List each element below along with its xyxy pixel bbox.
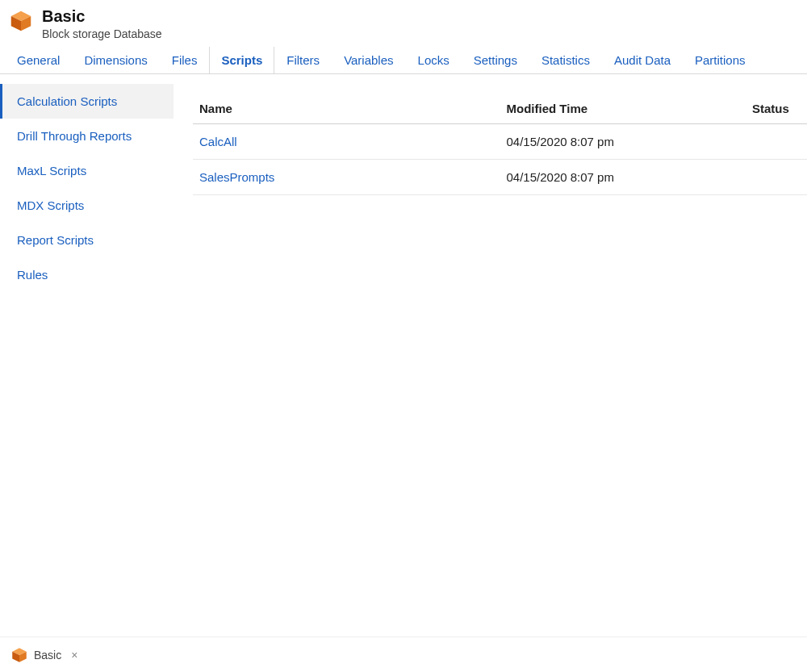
- tabs-bar: General Dimensions Files Scripts Filters…: [0, 47, 807, 74]
- sidebar: Calculation Scripts Drill Through Report…: [0, 74, 174, 649]
- sidebar-item-maxl-scripts[interactable]: MaxL Scripts: [0, 153, 174, 188]
- footer-tab-basic[interactable]: Basic ×: [11, 647, 81, 663]
- sidebar-item-calculation-scripts[interactable]: Calculation Scripts: [0, 84, 174, 119]
- table-header-row: Name Modified Time Status: [193, 94, 807, 124]
- column-status[interactable]: Status: [746, 94, 807, 124]
- tab-filters[interactable]: Filters: [274, 47, 332, 73]
- tab-locks[interactable]: Locks: [406, 47, 462, 73]
- page-title: Basic: [42, 6, 162, 26]
- header: Basic Block storage Database: [0, 0, 807, 47]
- script-name-link[interactable]: SalesPrompts: [193, 160, 500, 195]
- script-name-link[interactable]: CalcAll: [193, 124, 500, 160]
- tab-statistics[interactable]: Statistics: [529, 47, 602, 73]
- tab-files[interactable]: Files: [160, 47, 210, 73]
- script-status: [746, 124, 807, 160]
- database-cube-icon: [11, 647, 27, 663]
- script-modified: 04/15/2020 8:07 pm: [500, 160, 746, 195]
- tab-general[interactable]: General: [5, 47, 72, 73]
- column-modified-time[interactable]: Modified Time: [500, 94, 746, 124]
- column-name[interactable]: Name: [193, 94, 500, 124]
- main-panel: Name Modified Time Status CalcAll 04/15/…: [174, 74, 807, 649]
- tab-settings[interactable]: Settings: [462, 47, 529, 73]
- sidebar-item-mdx-scripts[interactable]: MDX Scripts: [0, 188, 174, 223]
- sidebar-item-drill-through-reports[interactable]: Drill Through Reports: [0, 119, 174, 153]
- title-block: Basic Block storage Database: [42, 6, 162, 40]
- close-icon[interactable]: ×: [68, 649, 81, 662]
- script-status: [746, 160, 807, 195]
- database-cube-icon: [10, 10, 32, 32]
- tab-variables[interactable]: Variables: [332, 47, 405, 73]
- footer-tab-label: Basic: [34, 649, 61, 662]
- sidebar-item-rules[interactable]: Rules: [0, 257, 174, 292]
- tab-dimensions[interactable]: Dimensions: [72, 47, 159, 73]
- content-area: Calculation Scripts Drill Through Report…: [0, 74, 807, 649]
- tab-audit-data[interactable]: Audit Data: [602, 47, 683, 73]
- sidebar-item-report-scripts[interactable]: Report Scripts: [0, 223, 174, 257]
- page-subtitle: Block storage Database: [42, 27, 162, 40]
- scripts-table: Name Modified Time Status CalcAll 04/15/…: [193, 94, 807, 195]
- table-row[interactable]: SalesPrompts 04/15/2020 8:07 pm: [193, 160, 807, 195]
- tab-scripts[interactable]: Scripts: [209, 47, 274, 73]
- tab-partitions[interactable]: Partitions: [683, 47, 758, 73]
- footer-open-tabs: Basic ×: [0, 637, 807, 672]
- table-row[interactable]: CalcAll 04/15/2020 8:07 pm: [193, 124, 807, 160]
- script-modified: 04/15/2020 8:07 pm: [500, 124, 746, 160]
